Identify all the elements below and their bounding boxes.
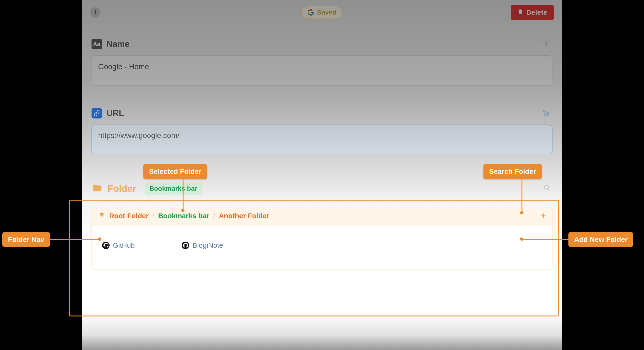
url-input[interactable]: https://www.google.com/ — [92, 125, 552, 154]
url-section-head: URL — [92, 108, 552, 118]
breadcrumb-current[interactable]: Bookmarks bar — [158, 212, 209, 220]
delete-label: Delete — [526, 8, 547, 16]
name-value: Google - Home — [98, 62, 149, 71]
github-icon — [102, 242, 110, 249]
url-value: https://www.google.com/ — [98, 131, 180, 140]
github-icon — [182, 242, 189, 249]
saved-label: Saved — [317, 9, 336, 16]
breadcrumb-sep: / — [152, 212, 154, 220]
name-label: Name — [106, 39, 130, 49]
folder-item[interactable]: GitHub — [102, 241, 135, 249]
folder-item[interactable]: BlogiNote — [182, 241, 223, 249]
delete-button[interactable]: Delete — [511, 5, 554, 20]
svg-point-0 — [544, 185, 548, 189]
breadcrumb-sep: / — [213, 212, 215, 220]
folder-item-label: GitHub — [113, 241, 135, 249]
name-section-head: Aa Name — [92, 39, 552, 49]
folder-label: Folder — [108, 183, 136, 194]
url-label: URL — [106, 108, 124, 118]
trash-icon — [517, 8, 523, 16]
search-folder-button[interactable] — [543, 184, 551, 193]
folder-item-label: BlogiNote — [192, 241, 223, 249]
annotation-selected-folder: Selected Folder — [144, 164, 207, 179]
folder-body: GitHub BlogiNote — [92, 225, 552, 270]
folder-panel: Root Folder / Bookmarks bar / Another Fo… — [92, 206, 552, 270]
fade-bottom — [82, 313, 562, 350]
name-input[interactable]: Google - Home — [92, 55, 552, 86]
info-button[interactable]: i — [90, 7, 100, 17]
pick-url-icon[interactable] — [542, 109, 550, 119]
info-icon: i — [94, 9, 96, 16]
annotation-folder-nav: Folder Nav — [2, 232, 50, 247]
saved-pill: Saved — [301, 6, 343, 19]
breadcrumb-root[interactable]: Root Folder — [109, 212, 148, 220]
folder-breadcrumb: Root Folder / Bookmarks bar / Another Fo… — [92, 206, 552, 225]
annotation-search-folder: Search Folder — [484, 164, 542, 179]
folder-section: Folder Bookmarks bar Root Folder / Bookm… — [92, 183, 552, 270]
text-tool-icon[interactable] — [542, 40, 550, 49]
add-folder-button[interactable] — [539, 212, 548, 220]
annotation-add-new-folder: Add New Folder — [568, 232, 633, 247]
link-icon — [92, 108, 102, 118]
selected-folder-pill[interactable]: Bookmarks bar — [144, 183, 202, 195]
folder-icon — [92, 183, 103, 194]
top-bar: i Saved Delete — [82, 0, 562, 25]
acorn-icon — [98, 211, 106, 220]
breadcrumb-next[interactable]: Another Folder — [219, 212, 269, 220]
name-icon: Aa — [92, 39, 102, 49]
google-icon — [308, 9, 314, 16]
